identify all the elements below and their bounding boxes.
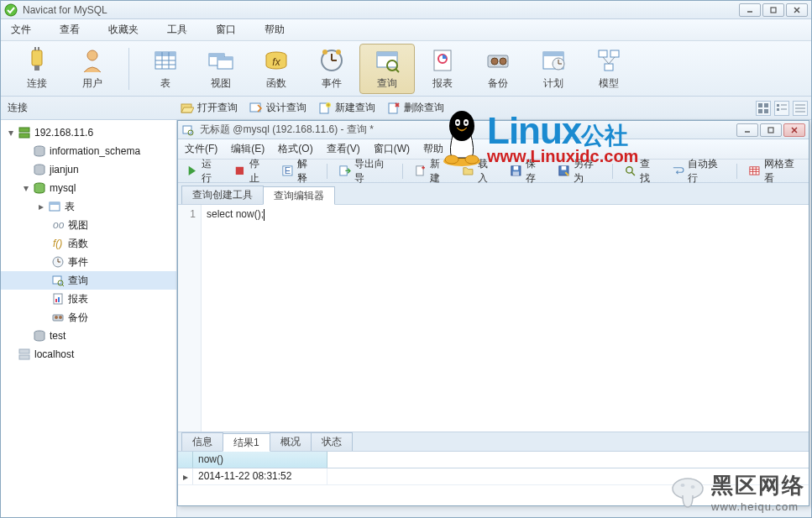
new-button[interactable]: 新建 [411, 155, 451, 187]
svg-text:fx: fx [272, 56, 280, 68]
tree-conn-localhost[interactable]: localhost [1, 345, 176, 364]
search-icon [624, 165, 637, 178]
view-list-button[interactable] [793, 101, 808, 116]
view-grid-button[interactable] [756, 101, 771, 116]
svg-rect-65 [19, 133, 29, 138]
maximize-button[interactable] [762, 3, 784, 17]
wrap-label: 自动换行 [688, 157, 726, 186]
menu-tools[interactable]: 工具 [162, 19, 192, 40]
spacer [21, 165, 31, 175]
explain-button[interactable]: E 解释 [279, 155, 318, 187]
tree-mysql-events[interactable]: 事件 [1, 253, 176, 271]
tree-db-jianjun[interactable]: jianjun [1, 160, 176, 179]
tree-mysql-queries[interactable]: 查询 [1, 271, 176, 290]
toolbar-query[interactable]: 查询 [359, 44, 415, 94]
toolbar-function[interactable]: fx 函数 [249, 44, 304, 94]
toolbar-backup[interactable]: 备份 [470, 44, 526, 94]
load-button[interactable]: 载入 [459, 155, 499, 187]
code-content[interactable]: select now(); [202, 205, 809, 432]
wrap-button[interactable]: 自动换行 [669, 155, 727, 187]
save-as-button[interactable]: 另存为 [555, 155, 604, 187]
design-query-button[interactable]: 设计查询 [249, 101, 306, 115]
query-menu-help[interactable]: 帮助 [423, 142, 443, 156]
tree-db-test[interactable]: test [1, 327, 176, 345]
svg-rect-64 [19, 128, 29, 132]
view-icon [207, 47, 234, 74]
open-query-button[interactable]: 打开查询 [181, 101, 238, 115]
svg-rect-80 [55, 299, 57, 302]
menu-view[interactable]: 查看 [55, 19, 85, 40]
toolbar-model-label: 模型 [599, 76, 619, 91]
menu-favorites[interactable]: 收藏夹 [103, 19, 144, 40]
tree-mysql-backups[interactable]: 备份 [1, 308, 176, 327]
tree-mysql-tables[interactable]: ▸ 表 [1, 197, 176, 216]
save-label: 保存 [526, 157, 544, 186]
query-menu-format[interactable]: 格式(O) [278, 142, 312, 156]
tab-query-builder[interactable]: 查询创建工具 [181, 186, 264, 204]
function-icon: fx [263, 47, 290, 74]
tree-mysql-reports[interactable]: 报表 [1, 290, 176, 308]
mdi-close-button[interactable] [783, 123, 805, 137]
svg-rect-19 [217, 57, 233, 60]
tree-mysql-views[interactable]: oo 视图 [1, 216, 176, 234]
run-button[interactable]: 运行 [183, 155, 223, 187]
plug-icon [24, 47, 50, 74]
result-grid[interactable]: now() ▸ 2014-11-22 08:31:52 [178, 452, 809, 505]
toolbar-user[interactable]: 用户 [65, 44, 120, 94]
collapse-icon[interactable]: ▾ [6, 128, 16, 138]
mdi-maximize-button[interactable] [760, 123, 782, 137]
tab-profile[interactable]: 概况 [270, 432, 312, 451]
design-icon [249, 102, 263, 115]
delete-query-button[interactable]: 删除查询 [387, 101, 444, 115]
tree-db-mysql[interactable]: ▾ mysql [1, 179, 176, 197]
find-button[interactable]: 查找 [621, 155, 661, 187]
svg-rect-41 [599, 50, 607, 57]
toolbar-view[interactable]: 视图 [193, 44, 249, 94]
tab-info[interactable]: 信息 [181, 432, 223, 451]
new-query-button[interactable]: 新建查询 [318, 101, 375, 115]
body-split: ▾ 192.168.11.6 information_schema jianju… [1, 120, 811, 517]
toolbar-table[interactable]: 表 [138, 44, 193, 94]
mdi-minimize-button[interactable] [736, 123, 758, 137]
sql-editor[interactable]: 1 select now(); [178, 205, 809, 432]
toolbar-connect[interactable]: 连接 [9, 44, 65, 94]
database-icon [33, 163, 46, 176]
result-row[interactable]: ▸ 2014-11-22 08:31:52 [178, 468, 809, 485]
tree-mysql-functions[interactable]: f() 函数 [1, 234, 176, 253]
query-menu-view[interactable]: 查看(V) [327, 142, 360, 156]
table-icon [48, 200, 61, 213]
save-button[interactable]: 保存 [507, 155, 547, 187]
tree-conn-192[interactable]: ▾ 192.168.11.6 [1, 123, 176, 142]
query-menu-file[interactable]: 文件(F) [185, 142, 217, 156]
tree-db-information-schema[interactable]: information_schema [1, 142, 176, 160]
menu-file[interactable]: 文件 [6, 19, 36, 40]
tab-status[interactable]: 状态 [311, 432, 353, 451]
toolbar-event[interactable]: 事件 [304, 44, 359, 94]
toolbar-report[interactable]: 报表 [415, 44, 470, 94]
menu-help[interactable]: 帮助 [259, 19, 290, 40]
svg-rect-101 [513, 171, 519, 175]
svg-rect-103 [562, 166, 567, 170]
tab-query-editor[interactable]: 查询编辑器 [263, 186, 335, 205]
menu-window[interactable]: 窗口 [211, 19, 241, 40]
result-column-header[interactable]: now() [193, 452, 327, 468]
toolbar-plan[interactable]: 计划 [526, 44, 581, 94]
close-button[interactable] [786, 3, 808, 17]
query-menu-edit[interactable]: 编辑(E) [231, 142, 265, 156]
grid-view-button[interactable]: 网格查看 [746, 155, 804, 187]
clock-icon [318, 47, 345, 74]
result-cell[interactable]: 2014-11-22 08:31:52 [193, 468, 327, 484]
stop-button[interactable]: 停止 [231, 155, 270, 187]
minimize-button[interactable] [739, 3, 761, 17]
query-menu-window[interactable]: 窗口(W) [374, 142, 410, 156]
expand-icon[interactable]: ▸ [36, 201, 46, 212]
connection-tree[interactable]: ▾ 192.168.11.6 information_schema jianju… [1, 120, 177, 517]
toolbar-model[interactable]: 模型 [581, 44, 637, 94]
wrap-icon [672, 165, 684, 178]
view-detail-button[interactable] [774, 101, 789, 116]
tab-result1[interactable]: 结果1 [223, 433, 270, 452]
svg-line-45 [609, 57, 615, 64]
svg-rect-106 [750, 167, 759, 175]
export-button[interactable]: 导出向导 [336, 155, 394, 187]
collapse-icon[interactable]: ▾ [21, 183, 31, 193]
